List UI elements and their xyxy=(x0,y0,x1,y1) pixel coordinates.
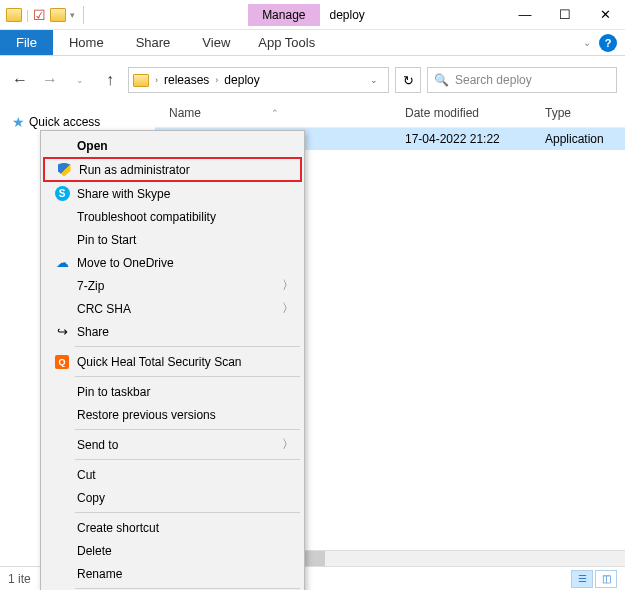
menu-item[interactable]: Troubleshoot compatibility xyxy=(43,205,302,228)
menu-item-label: Pin to Start xyxy=(73,233,136,247)
chevron-right-icon: 〉 xyxy=(282,436,294,453)
back-button[interactable]: ← xyxy=(8,68,32,92)
menu-item[interactable]: QQuick Heal Total Security Scan xyxy=(43,350,302,373)
context-menu: OpenRun as administratorSShare with Skyp… xyxy=(40,130,305,590)
chevron-right-icon[interactable]: › xyxy=(213,75,220,85)
breadcrumb[interactable]: deploy xyxy=(224,73,259,87)
menu-item[interactable]: CRC SHA〉 xyxy=(43,297,302,320)
details-view-button[interactable]: ☰ xyxy=(571,570,593,588)
ribbon-tabs: File Home Share View App Tools ⌄ ? xyxy=(0,30,625,56)
menu-item-label: Troubleshoot compatibility xyxy=(73,210,216,224)
menu-separator xyxy=(75,429,300,430)
menu-item-label: Run as administrator xyxy=(75,163,190,177)
column-name[interactable]: Name ⌃ xyxy=(155,106,405,120)
folder-icon xyxy=(133,74,149,87)
file-tab[interactable]: File xyxy=(0,30,53,55)
close-button[interactable]: ✕ xyxy=(585,1,625,29)
file-type-cell: Application xyxy=(545,132,625,146)
share-tab[interactable]: Share xyxy=(120,30,187,55)
breadcrumb[interactable]: releases xyxy=(164,73,209,87)
menu-separator xyxy=(75,588,300,589)
column-label: Name xyxy=(169,106,201,120)
menu-separator xyxy=(75,376,300,377)
manage-contextual-tab[interactable]: Manage xyxy=(248,4,319,26)
sort-indicator-icon: ⌃ xyxy=(271,108,279,118)
star-icon: ★ xyxy=(12,114,25,130)
menu-item[interactable]: Delete xyxy=(43,539,302,562)
minimize-button[interactable]: — xyxy=(505,1,545,29)
menu-item-label: Cut xyxy=(73,468,96,482)
menu-item[interactable]: Copy xyxy=(43,486,302,509)
folder-icon xyxy=(50,8,66,22)
menu-item-label: Restore previous versions xyxy=(73,408,216,422)
maximize-button[interactable]: ☐ xyxy=(545,1,585,29)
search-box[interactable]: 🔍 Search deploy xyxy=(427,67,617,93)
view-tab[interactable]: View xyxy=(186,30,246,55)
qat-overflow[interactable]: ▾ xyxy=(70,10,75,20)
menu-item[interactable]: Open xyxy=(43,134,302,157)
view-mode-buttons: ☰ ◫ xyxy=(571,570,617,588)
file-date-cell: 17-04-2022 21:22 xyxy=(405,132,545,146)
menu-item[interactable]: Send to〉 xyxy=(43,433,302,456)
up-button[interactable]: ↑ xyxy=(98,68,122,92)
menu-separator xyxy=(75,346,300,347)
menu-separator xyxy=(75,459,300,460)
ribbon-collapse-icon[interactable]: ⌄ xyxy=(583,37,591,48)
shield-icon xyxy=(53,163,75,177)
menu-item[interactable]: Rename xyxy=(43,562,302,585)
menu-item[interactable]: Run as administrator xyxy=(43,157,302,182)
chevron-right-icon: 〉 xyxy=(282,300,294,317)
window-title: deploy xyxy=(320,8,375,22)
menu-separator xyxy=(75,512,300,513)
refresh-button[interactable]: ↻ xyxy=(395,67,421,93)
share-icon: ↪ xyxy=(51,324,73,339)
help-button[interactable]: ? xyxy=(599,34,617,52)
menu-item-label: Quick Heal Total Security Scan xyxy=(73,355,242,369)
status-text: 1 ite xyxy=(8,572,31,586)
chevron-right-icon[interactable]: › xyxy=(153,75,160,85)
recent-locations[interactable]: ⌄ xyxy=(68,68,92,92)
menu-item[interactable]: ↪Share xyxy=(43,320,302,343)
column-date[interactable]: Date modified xyxy=(405,106,545,120)
menu-item-label: Send to xyxy=(73,438,118,452)
address-dropdown[interactable]: ⌄ xyxy=(364,75,384,85)
menu-item-label: Move to OneDrive xyxy=(73,256,174,270)
menu-item[interactable]: Cut xyxy=(43,463,302,486)
menu-item[interactable]: 7-Zip〉 xyxy=(43,274,302,297)
app-tools-tab[interactable]: App Tools xyxy=(246,30,327,55)
menu-item-label: Pin to taskbar xyxy=(73,385,150,399)
menu-item-label: Open xyxy=(73,139,108,153)
menu-item-label: Delete xyxy=(73,544,112,558)
check-icon[interactable]: ☑ xyxy=(33,7,46,23)
cloud-icon: ☁ xyxy=(51,255,73,270)
column-type[interactable]: Type xyxy=(545,106,625,120)
search-icon: 🔍 xyxy=(434,73,449,87)
search-placeholder: Search deploy xyxy=(455,73,532,87)
menu-item-label: Copy xyxy=(73,491,105,505)
nav-bar: ← → ⌄ ↑ › releases › deploy ⌄ ↻ 🔍 Search… xyxy=(0,62,625,98)
menu-item[interactable]: Pin to taskbar xyxy=(43,380,302,403)
menu-item[interactable]: Pin to Start xyxy=(43,228,302,251)
address-bar[interactable]: › releases › deploy ⌄ xyxy=(128,67,389,93)
menu-item-label: 7-Zip xyxy=(73,279,104,293)
qat-divider: | xyxy=(26,8,29,22)
title-bar: | ☑ ▾ Manage deploy — ☐ ✕ xyxy=(0,0,625,30)
quick-access[interactable]: ★ Quick access xyxy=(0,112,155,132)
menu-item-label: CRC SHA xyxy=(73,302,131,316)
divider xyxy=(83,6,84,24)
window-controls: — ☐ ✕ xyxy=(505,1,625,29)
forward-button[interactable]: → xyxy=(38,68,62,92)
quick-access-label: Quick access xyxy=(29,115,100,129)
skype-icon: S xyxy=(51,186,73,201)
column-headers: Name ⌃ Date modified Type xyxy=(155,98,625,128)
menu-item[interactable]: Create shortcut xyxy=(43,516,302,539)
menu-item[interactable]: SShare with Skype xyxy=(43,182,302,205)
folder-icon xyxy=(6,8,22,22)
menu-item-label: Share with Skype xyxy=(73,187,170,201)
menu-item[interactable]: Restore previous versions xyxy=(43,403,302,426)
menu-item-label: Rename xyxy=(73,567,122,581)
icons-view-button[interactable]: ◫ xyxy=(595,570,617,588)
menu-item[interactable]: ☁Move to OneDrive xyxy=(43,251,302,274)
home-tab[interactable]: Home xyxy=(53,30,120,55)
menu-item-label: Create shortcut xyxy=(73,521,159,535)
